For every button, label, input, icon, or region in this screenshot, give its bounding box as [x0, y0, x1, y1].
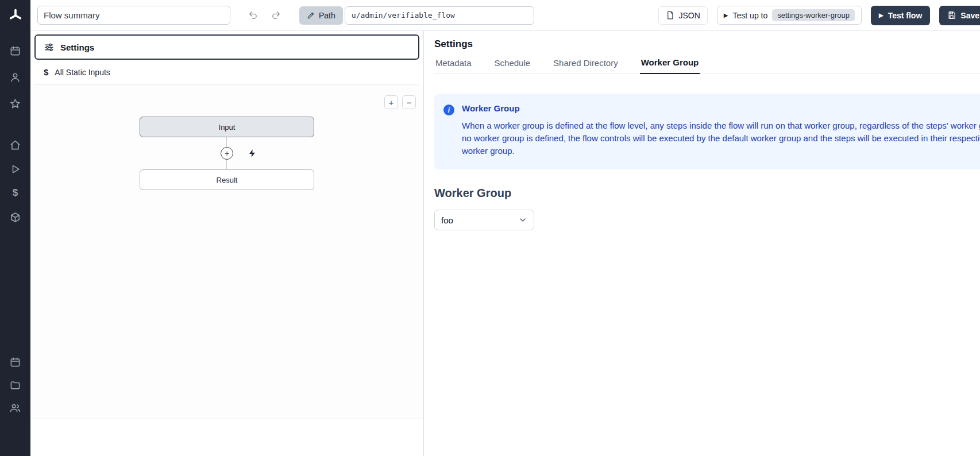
play-icon	[10, 164, 21, 175]
user-icon	[10, 72, 21, 83]
sidebar-item-home[interactable]	[9, 138, 22, 152]
tab-shared-directory[interactable]: Shared Directory	[552, 57, 619, 74]
settings-tabs: Metadata Schedule Shared Directory Worke…	[434, 57, 980, 74]
chevron-down-icon	[518, 215, 527, 225]
worker-group-select-value: foo	[441, 215, 453, 225]
topbar-actions: JSON ▶ Test up to settings-worker-group …	[658, 6, 980, 25]
file-json-icon	[666, 11, 674, 20]
cube-icon	[10, 212, 21, 223]
home-icon	[10, 140, 21, 150]
flow-panel-footer	[30, 419, 423, 456]
settings-panel: Settings Metadata Schedule Shared Direct…	[424, 31, 980, 456]
flow-canvas[interactable]: + − Input + Result	[30, 85, 423, 419]
folder-icon	[10, 380, 21, 391]
all-static-inputs-row[interactable]: $ All Static Inputs	[34, 60, 419, 85]
path-label: Path	[319, 11, 335, 20]
worker-group-select[interactable]: foo	[434, 210, 534, 230]
worker-group-info-alert: i Worker Group When a worker group is de…	[434, 94, 980, 169]
test-up-to-badge: settings-worker-group	[772, 9, 855, 21]
tab-worker-group[interactable]: Worker Group	[640, 57, 700, 74]
zoom-in-button[interactable]: +	[384, 95, 398, 109]
zoom-out-button[interactable]: −	[402, 95, 416, 109]
alert-title: Worker Group	[462, 103, 980, 113]
undo-icon	[248, 10, 258, 20]
trigger-button[interactable]	[246, 147, 258, 160]
path-group: Path	[299, 6, 534, 25]
flow-settings-row[interactable]: Settings	[34, 34, 419, 60]
insert-step-button[interactable]: +	[221, 147, 233, 160]
sidebar-item-schedules-top[interactable]	[9, 44, 22, 57]
tab-metadata[interactable]: Metadata	[434, 57, 473, 74]
topbar: Path JSON ▶ Test up to settings-worker-g…	[30, 0, 980, 31]
zoom-controls: + −	[384, 95, 416, 109]
tab-schedule[interactable]: Schedule	[493, 57, 532, 74]
dollar-icon: $	[13, 187, 18, 199]
json-button[interactable]: JSON	[658, 6, 707, 25]
save-draft-button[interactable]: Save draft	[939, 6, 980, 25]
flow-summary-input[interactable]	[37, 6, 230, 25]
star-icon	[10, 98, 21, 109]
test-up-to-label: Test up to	[733, 11, 768, 20]
json-button-label: JSON	[678, 11, 700, 20]
bolt-icon	[248, 149, 257, 158]
play-icon: ▶	[879, 12, 883, 18]
history-group	[244, 7, 284, 24]
windmill-logo[interactable]	[7, 7, 24, 24]
sidebar-item-user[interactable]	[9, 70, 22, 84]
edit-path-button[interactable]: Path	[299, 6, 343, 25]
app-sidebar: $	[0, 0, 30, 456]
flow-header-rows: Settings $ All Static Inputs	[30, 31, 423, 85]
test-flow-label: Test flow	[888, 11, 923, 20]
sidebar-item-schedules[interactable]	[9, 355, 22, 369]
test-up-to-button[interactable]: ▶ Test up to settings-worker-group	[717, 6, 862, 25]
sidebar-main-group: $	[9, 138, 22, 224]
sidebar-item-variables[interactable]: $	[9, 186, 22, 200]
all-static-inputs-label: All Static Inputs	[55, 68, 110, 77]
alert-content: Worker Group When a worker group is defi…	[462, 103, 980, 157]
flow-editor-panel: Settings $ All Static Inputs + − Input +…	[30, 31, 424, 456]
save-icon	[947, 11, 956, 20]
users-icon	[10, 403, 21, 414]
undo-button[interactable]	[244, 7, 261, 24]
dollar-icon: $	[44, 67, 48, 77]
pencil-icon	[307, 11, 315, 20]
redo-button[interactable]	[267, 7, 284, 24]
sidebar-item-runs[interactable]	[9, 162, 22, 176]
path-input[interactable]	[345, 6, 534, 25]
calendar-icon	[10, 357, 21, 368]
windmill-logo-icon	[8, 8, 23, 23]
worker-group-section-title: Worker Group	[434, 187, 980, 200]
flow-node-input[interactable]: Input	[140, 117, 314, 137]
sidebar-item-favorites[interactable]	[9, 96, 22, 110]
test-flow-button[interactable]: ▶ Test flow	[871, 6, 930, 25]
flow-settings-label: Settings	[60, 42, 94, 52]
info-icon: i	[443, 105, 454, 115]
sidebar-bottom-group	[9, 355, 22, 415]
sidebar-item-resources[interactable]	[9, 210, 22, 224]
sidebar-item-groups[interactable]	[9, 401, 22, 415]
alert-body: When a worker group is defined at the fl…	[462, 119, 980, 157]
sidebar-item-folders[interactable]	[9, 378, 22, 392]
play-icon: ▶	[724, 12, 728, 18]
settings-panel-title: Settings	[434, 38, 980, 50]
flow-node-result[interactable]: Result	[140, 169, 314, 190]
sliders-icon	[44, 42, 54, 52]
save-draft-label: Save draft	[960, 11, 980, 20]
sidebar-top-group	[9, 44, 22, 110]
redo-icon	[271, 10, 281, 20]
calendar-icon	[10, 45, 21, 56]
main-area: Settings $ All Static Inputs + − Input +…	[30, 31, 980, 456]
